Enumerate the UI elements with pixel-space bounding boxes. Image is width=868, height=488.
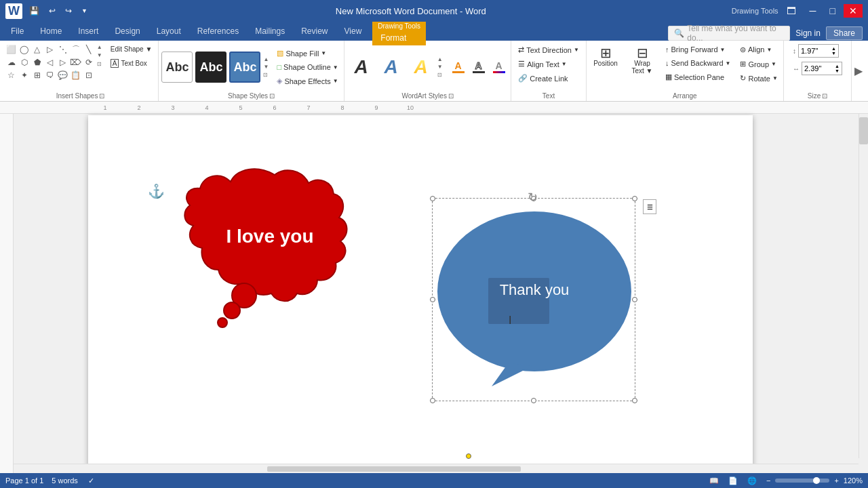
shape-style-3[interactable]: Abc bbox=[229, 52, 260, 83]
tab-file[interactable]: File bbox=[3, 22, 32, 41]
sign-in-button[interactable]: Sign in bbox=[795, 28, 821, 38]
shape-styles-down[interactable]: ▼ bbox=[262, 63, 269, 71]
shape-styles-expand[interactable]: ⊡ bbox=[269, 92, 275, 100]
shape-icon-7[interactable]: ╲ bbox=[83, 43, 95, 56]
wordart-1[interactable]: A bbox=[347, 53, 376, 81]
align-text-btn[interactable]: ☰ Align Text ▼ bbox=[515, 58, 570, 70]
wordart-2[interactable]: A bbox=[377, 53, 406, 81]
shape-icon-3[interactable]: △ bbox=[31, 43, 43, 56]
restore-btn[interactable]: 🗖 bbox=[781, 4, 802, 18]
web-layout-btn[interactable]: 🌐 bbox=[745, 476, 759, 485]
zoom-out-btn[interactable]: − bbox=[764, 476, 772, 485]
text-direction-btn[interactable]: ⇄ Text Direction ▼ bbox=[515, 43, 583, 56]
wordart-scroll-down[interactable]: ▼ bbox=[437, 63, 443, 71]
shape-icon-20[interactable]: 📋 bbox=[70, 69, 82, 81]
layout-options-icon[interactable]: ☰ bbox=[643, 199, 656, 214]
handle-bc[interactable] bbox=[531, 398, 536, 403]
shape-outline-btn[interactable]: □ Shape Outline ▼ bbox=[273, 61, 341, 73]
shape-icon-5[interactable]: ⋱ bbox=[57, 43, 69, 56]
shapes-scroll-down[interactable]: ▼ bbox=[96, 52, 103, 60]
shape-icon-15[interactable]: ☆ bbox=[5, 69, 18, 81]
shape-icon-1[interactable]: ⬜ bbox=[5, 43, 18, 56]
tab-mailings[interactable]: Mailings bbox=[247, 22, 293, 41]
customize-quick-btn[interactable]: ▼ bbox=[79, 6, 90, 16]
tab-layout[interactable]: Layout bbox=[149, 22, 189, 41]
shape-icon-18[interactable]: 🗨 bbox=[44, 69, 56, 81]
text-box-btn[interactable]: A Text Box bbox=[107, 56, 156, 70]
minimize-btn[interactable]: ─ bbox=[804, 4, 822, 18]
bring-forward-btn[interactable]: ↑ Bring Forward ▼ bbox=[662, 43, 734, 56]
share-button[interactable]: Share bbox=[826, 26, 863, 40]
rotate-btn[interactable]: ↻ Rotate ▼ bbox=[736, 72, 781, 85]
text-outline-btn[interactable]: A bbox=[469, 60, 488, 75]
ribbon-scroll-right[interactable]: ▶ bbox=[852, 41, 865, 101]
handle-tl[interactable] bbox=[430, 196, 435, 201]
tab-review[interactable]: Review bbox=[293, 22, 336, 41]
wordart-3[interactable]: A bbox=[407, 53, 435, 81]
shape-icon-21[interactable]: ⊡ bbox=[83, 69, 95, 81]
undo-quick-btn[interactable]: ↩ bbox=[46, 5, 58, 17]
close-btn[interactable]: ✕ bbox=[844, 4, 863, 18]
shape-icon-4[interactable]: ▷ bbox=[44, 43, 56, 56]
shape-icon-12[interactable]: ▷ bbox=[57, 56, 69, 68]
proofing-btn[interactable]: ✓ bbox=[86, 476, 96, 485]
save-quick-btn[interactable]: 💾 bbox=[26, 5, 42, 17]
zoom-slider[interactable] bbox=[775, 479, 829, 483]
position-btn[interactable]: ⊞ Position bbox=[589, 43, 623, 70]
zoom-in-btn[interactable]: + bbox=[832, 476, 840, 485]
shape-styles-more[interactable]: ⊡ bbox=[262, 71, 269, 79]
align-btn[interactable]: ⊜ Align ▼ bbox=[736, 43, 781, 56]
insert-shapes-expand[interactable]: ⊡ bbox=[99, 92, 104, 100]
text-fill-btn[interactable]: A bbox=[449, 60, 468, 75]
read-mode-btn[interactable]: 📖 bbox=[707, 476, 721, 485]
shape-icon-16[interactable]: ✦ bbox=[18, 69, 31, 81]
shape-styles-up[interactable]: ▲ bbox=[262, 56, 269, 64]
shape-effects-btn[interactable]: ◈ Shape Effects ▼ bbox=[273, 75, 341, 87]
red-cloud-shape[interactable]: I love you bbox=[176, 161, 373, 344]
wrap-text-btn[interactable]: ⊟ Wrap Text ▼ bbox=[625, 43, 659, 77]
selection-pane-btn[interactable]: ▦ Selection Pane bbox=[662, 70, 734, 83]
maximize-btn[interactable]: □ bbox=[825, 4, 841, 18]
shape-icon-19[interactable]: 💬 bbox=[57, 69, 69, 81]
size-expand[interactable]: ⊡ bbox=[822, 92, 827, 100]
group-btn[interactable]: ⊞ Group ▼ bbox=[736, 58, 781, 70]
shape-icon-14[interactable]: ⟳ bbox=[83, 56, 95, 68]
shape-icon-10[interactable]: ⬟ bbox=[31, 56, 43, 68]
handle-br[interactable] bbox=[632, 398, 637, 403]
send-backward-btn[interactable]: ↓ Send Backward ▼ bbox=[662, 57, 734, 69]
shape-style-1[interactable]: Abc bbox=[161, 52, 193, 83]
shape-fill-btn[interactable]: ▧ Shape Fill ▼ bbox=[273, 47, 341, 60]
shape-icon-13[interactable]: ⌦ bbox=[70, 56, 82, 68]
text-effects-btn[interactable]: A bbox=[490, 60, 509, 75]
tab-home[interactable]: Home bbox=[32, 22, 70, 41]
scrollbar-horizontal[interactable] bbox=[14, 464, 859, 473]
search-bar[interactable]: 🔍 Tell me what you want to do... bbox=[668, 26, 790, 41]
size-width-input[interactable]: 2.39" ▲ ▼ bbox=[802, 62, 842, 75]
blue-bubble-shape[interactable]: Thank you bbox=[434, 203, 634, 399]
shape-icon-6[interactable]: ⌒ bbox=[70, 43, 82, 56]
wordart-scroll-up[interactable]: ▲ bbox=[437, 56, 443, 64]
shapes-scroll-up[interactable]: ▲ bbox=[96, 43, 103, 52]
shape-icon-9[interactable]: ⬡ bbox=[18, 56, 31, 68]
handle-tr[interactable] bbox=[632, 196, 637, 201]
tab-references[interactable]: References bbox=[189, 22, 247, 41]
shape-icon-17[interactable]: ⊞ bbox=[31, 69, 43, 81]
rotate-icon[interactable]: ↻ bbox=[528, 190, 538, 205]
shape-icon-8[interactable]: ☁ bbox=[5, 56, 18, 68]
redo-quick-btn[interactable]: ↪ bbox=[62, 5, 75, 17]
size-height-input[interactable]: 1.97" ▲ ▼ bbox=[798, 44, 839, 58]
shape-icon-2[interactable]: ◯ bbox=[18, 43, 31, 56]
tab-insert[interactable]: Insert bbox=[70, 22, 106, 41]
wordart-scroll-more[interactable]: ⊡ bbox=[437, 71, 443, 79]
handle-bl[interactable] bbox=[430, 398, 435, 403]
print-layout-btn[interactable]: 📄 bbox=[726, 476, 740, 485]
tab-view[interactable]: View bbox=[336, 22, 370, 41]
scrollbar-vertical[interactable] bbox=[859, 114, 868, 458]
shapes-scroll-more[interactable]: ⊡ bbox=[96, 60, 103, 68]
create-link-btn[interactable]: 🔗 Create Link bbox=[515, 72, 571, 85]
tab-design[interactable]: Design bbox=[106, 22, 148, 41]
wordart-expand[interactable]: ⊡ bbox=[448, 92, 454, 100]
shape-icon-11[interactable]: ◁ bbox=[44, 56, 56, 68]
handle-tail[interactable] bbox=[466, 453, 471, 459]
edit-shape-btn[interactable]: Edit Shape ▼ bbox=[107, 43, 156, 55]
